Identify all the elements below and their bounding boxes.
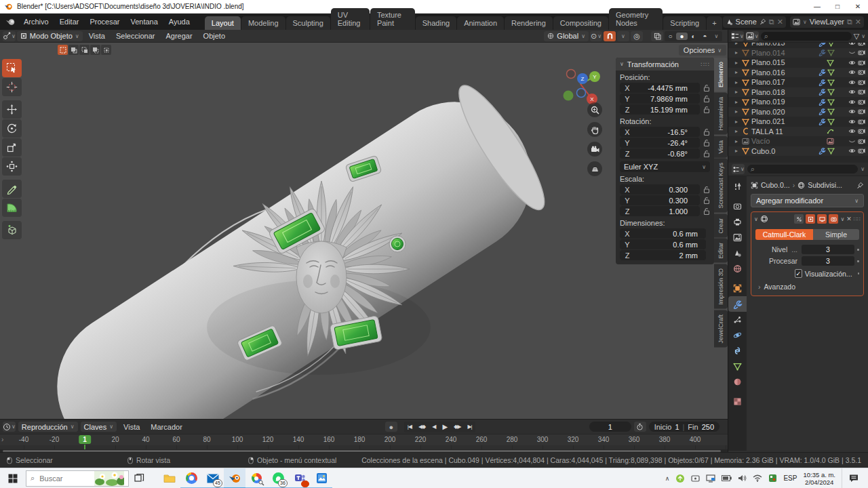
render-visibility-icon[interactable] [858,108,865,115]
taskbar-google-app[interactable] [245,468,267,488]
modifier-wrench-icon[interactable] [818,118,826,125]
lock-icon[interactable] [703,106,710,114]
hide-eye-icon[interactable] [848,59,856,66]
tool-move[interactable] [2,100,22,119]
tab-uv-editing[interactable]: UV Editing [331,8,370,30]
outliner-row-plano021[interactable]: ▸ Plano.021 [728,117,868,127]
select-mode-set[interactable] [58,45,68,55]
curve-data-icon[interactable] [827,127,834,135]
levels-viewport-field[interactable]: 3 [802,245,854,254]
delete-modifier-button[interactable]: ✕ [846,216,852,222]
taskbar-chrome[interactable] [180,468,202,488]
tab-physics[interactable] [728,327,747,343]
hide-eye-icon[interactable] [848,108,856,115]
tab-sculpting[interactable]: Sculpting [286,16,330,30]
tab-tool[interactable] [728,179,747,195]
position-y-field[interactable]: Y7.9869 mm [620,94,700,104]
tray-expand-chevron[interactable]: ∧ [665,475,670,482]
wireframe-shading-button[interactable]: ○ [665,33,676,40]
mesh-data-icon[interactable] [827,118,835,125]
outliner-row-plano014[interactable]: ▸ Plano.014 [728,48,868,58]
menu-archivo[interactable]: Archivo [18,18,54,26]
mesh-data-icon[interactable] [827,79,835,86]
tab-texture[interactable] [728,394,747,409]
menu-ventana[interactable]: Ventana [125,18,163,26]
material-shading-button[interactable]: ◐ [688,33,699,40]
render-visibility-icon[interactable] [858,118,865,125]
animate-dot-icon[interactable] [858,272,859,274]
lock-icon[interactable] [703,207,710,216]
hide-eye-icon[interactable] [848,68,856,76]
jump-to-start-button[interactable]: |◀ [404,424,415,430]
properties-editor-type-button[interactable]: ∨ [732,164,745,174]
tab-object-data[interactable] [728,359,747,374]
menu-vista[interactable]: Vista [84,32,110,40]
render-visibility-icon[interactable] [858,138,865,145]
lock-icon[interactable] [703,128,710,136]
hidden-eye-icon[interactable] [848,49,856,56]
select-mode-invert[interactable] [90,45,100,55]
scene-selector[interactable]: Scene ⧉ ✕ [723,16,786,28]
start-button[interactable] [0,468,26,488]
outliner-row-cubo[interactable]: ▸ Cubo.0 [728,146,868,157]
maximize-button[interactable]: □ [827,0,848,13]
modifier-extras-button[interactable]: ∨ [840,216,844,222]
end-frame-field[interactable]: 250 [702,423,714,431]
render-visibility-icon[interactable] [858,147,865,155]
outliner-row-plano019[interactable]: ▸ Plano.019 [728,97,868,107]
drag-grip-icon[interactable]: ∷∷ [701,61,710,68]
disclosure-icon[interactable]: ▸ [735,60,740,66]
outliner-row-plano017[interactable]: ▸ Plano.017 [728,77,868,87]
menu-objeto[interactable]: Objeto [199,32,230,40]
dimension-x-field[interactable]: X0.6 mm [620,228,706,239]
tab-material[interactable] [728,374,747,390]
dimension-z-field[interactable]: Z2 mm [620,250,706,260]
close-button[interactable]: ✕ [848,0,868,13]
rotation-y-field[interactable]: Y-26.4° [620,138,700,148]
viewport-visibility-checkbox[interactable]: ✓ [795,269,802,278]
scale-x-field[interactable]: X0.300 [620,184,700,195]
play-reverse-button[interactable]: ◀ [429,424,439,430]
collapse-icon[interactable]: ∨ [754,216,758,222]
mesh-data-icon[interactable] [827,49,835,56]
disclosure-icon[interactable]: ▸ [735,108,740,115]
tab-scripting[interactable]: Scripting [663,16,706,30]
sidebar-tab-jewelcraft[interactable]: JewelCraft [714,310,728,348]
timeline-editor-type-button[interactable]: ∨ [3,422,16,432]
outliner-display-mode-button[interactable]: ∨ [731,31,744,41]
tab-object[interactable] [728,281,747,296]
disclosure-icon[interactable]: ▸ [735,138,740,144]
tool-add-primitive[interactable] [2,221,22,239]
animate-dot-icon[interactable] [857,249,859,251]
xray-toggle[interactable] [651,31,663,41]
realtime-display-toggle[interactable] [817,214,827,224]
sidebar-tab-editar[interactable]: Editar [714,239,728,263]
tab-particles[interactable] [728,312,747,327]
modifier-wrench-icon[interactable] [818,68,826,76]
next-keyframe-button[interactable]: ◆▶ [450,424,464,430]
tab-shading[interactable]: Shading [416,16,456,30]
disclosure-icon[interactable]: ▸ [735,99,740,105]
tool-rotate[interactable] [2,119,22,138]
tab-modeling[interactable]: Modeling [241,16,285,30]
lock-icon[interactable] [703,139,710,147]
sidebar-tab-crear[interactable]: Crear [714,214,728,238]
pin-icon[interactable] [856,182,864,189]
transform-orientation-selector[interactable]: Global ∨ [544,31,589,41]
modifier-wrench-icon[interactable] [818,49,826,56]
task-view-button[interactable] [129,468,149,488]
select-mode-intersect[interactable] [101,45,111,55]
menu-procesar[interactable]: Procesar [84,18,125,26]
antivirus-icon[interactable] [675,474,685,483]
disclosure-icon[interactable]: ▸ [735,89,740,95]
taskbar-whatsapp[interactable]: 36 [267,468,289,488]
tab-view-layer[interactable] [728,230,747,245]
hide-eye-icon[interactable] [848,79,856,86]
sidebar-tab-vista[interactable]: Vista [714,136,728,158]
minimize-button[interactable]: — [807,0,827,13]
sidebar-tab-screencast-keys[interactable]: Screencast Keys [714,159,728,213]
disclosure-icon[interactable]: ▸ [735,79,740,85]
render-visibility-icon[interactable] [858,98,865,106]
lock-icon[interactable] [703,95,710,103]
navigation-gizmo[interactable]: Z Y X [555,62,604,106]
